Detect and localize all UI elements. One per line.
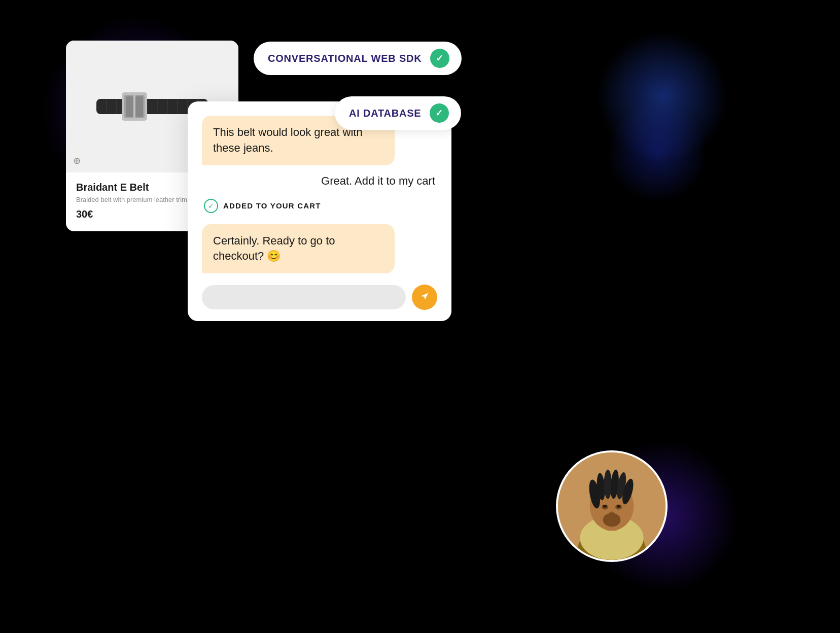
zoom-icon: ⊕ xyxy=(73,155,81,166)
user-avatar xyxy=(556,450,668,562)
chat-panel: This belt would look great with these je… xyxy=(188,101,451,321)
glow-tr xyxy=(597,30,728,162)
sdk-badge-label: CONVERSATIONAL WEB SDK xyxy=(268,53,422,64)
db-check-icon: ✓ xyxy=(430,103,449,123)
sdk-badge: CONVERSATIONAL WEB SDK ✓ xyxy=(254,42,462,75)
svg-point-28 xyxy=(603,505,607,508)
glow-mid xyxy=(607,101,708,203)
svg-rect-14 xyxy=(133,92,135,121)
db-badge-label: AI DATABASE xyxy=(349,108,422,119)
send-icon xyxy=(419,291,430,304)
sdk-check-icon: ✓ xyxy=(430,49,449,68)
cart-status-text: ADDED TO YOUR CART xyxy=(223,201,321,210)
svg-point-29 xyxy=(617,505,621,508)
cart-check-icon: ✓ xyxy=(204,199,218,213)
db-badge: AI DATABASE ✓ xyxy=(335,96,461,130)
chat-input[interactable] xyxy=(202,285,406,309)
chat-input-row xyxy=(202,285,437,310)
user-message: Great. Add it to my cart xyxy=(202,174,437,188)
chat-bubble-2: Certainly. Ready to go to checkout? 😊 xyxy=(202,224,395,274)
svg-point-32 xyxy=(603,513,621,526)
chat-send-button[interactable] xyxy=(412,285,437,310)
cart-status-row: ✓ ADDED TO YOUR CART xyxy=(202,199,437,213)
svg-point-22 xyxy=(604,470,612,499)
avatar-illustration xyxy=(558,450,666,562)
